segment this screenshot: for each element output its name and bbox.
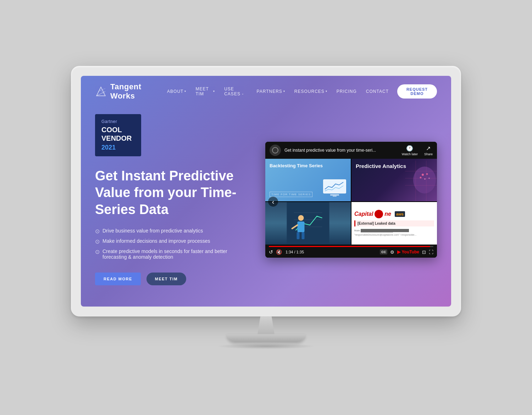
channel-icon xyxy=(270,145,281,156)
progress-bar[interactable] xyxy=(269,246,433,247)
monitor-stand xyxy=(216,316,316,349)
bullet-icon-3: ⊙ xyxy=(95,248,100,255)
svg-point-8 xyxy=(413,167,436,194)
clock-icon: 🕐 xyxy=(406,145,413,152)
channel-inner xyxy=(272,147,278,153)
bullet-icon-1: ⊙ xyxy=(95,228,100,235)
gartner-brand: Gartner xyxy=(101,119,135,124)
chevron-down-icon: ▾ xyxy=(184,90,186,93)
hero-buttons: READ MORE MEET TIM xyxy=(95,273,251,285)
share-icon: ↗ xyxy=(426,145,431,152)
hero-right: Get instant predictive value from your t… xyxy=(265,142,437,258)
aws-logo: aws xyxy=(395,211,405,217)
svg-point-23 xyxy=(298,215,304,221)
svg-rect-6 xyxy=(330,194,339,196)
hero-bullet-1: ⊙ Drive business value from predictive a… xyxy=(95,228,251,235)
stand-base xyxy=(227,334,305,342)
navbar: Tangent Works ABOUT ▾ MEET TIM ▾ USE CAS… xyxy=(81,76,451,107)
cast-button[interactable]: ⊡ xyxy=(422,249,426,255)
controls-row: ↺ 🔇 1:34 / 1:35 CC ⚙ ▶ YouTu xyxy=(269,249,433,255)
thumb-4-from-text: from ████████████████@gmail.com "respons… xyxy=(354,229,434,236)
request-demo-button[interactable]: REQUEST DEMO xyxy=(397,84,437,99)
gartner-year: 2021 xyxy=(101,144,135,151)
thumbnail-3[interactable] xyxy=(265,202,351,245)
svg-marker-0 xyxy=(96,87,105,96)
svg-rect-27 xyxy=(302,232,305,239)
capital-one-circle xyxy=(375,210,383,218)
monitor-body: Tangent Works ABOUT ▾ MEET TIM ▾ USE CAS… xyxy=(71,66,461,317)
gartner-badge: Gartner COOL VENDOR 2021 xyxy=(95,114,141,156)
thumb-4-logos: Capital ne aws xyxy=(354,210,434,218)
hero-bullet-2: ⊙ Make informed decisions and improve pr… xyxy=(95,238,251,245)
nav-links: ABOUT ▾ MEET TIM ▾ USE CASES - PARTNERS … xyxy=(164,84,437,99)
capital-one-one: ne xyxy=(384,211,391,217)
thumbnail-4[interactable]: Capital ne aws [External] Leaked data fr… xyxy=(351,202,437,245)
capital-one-logo: Capital xyxy=(354,211,373,217)
screen: Tangent Works ABOUT ▾ MEET TIM ▾ USE CAS… xyxy=(81,76,451,307)
nav-item-partners[interactable]: PARTNERS ▾ xyxy=(253,87,289,96)
stand-neck xyxy=(252,316,280,334)
svg-rect-26 xyxy=(297,232,300,239)
leaked-data-label: [External] Leaked data xyxy=(354,220,434,226)
nav-item-meet-tim[interactable]: MEET TIM ▾ xyxy=(192,84,218,99)
mute-button[interactable]: 🔇 xyxy=(276,249,282,255)
cc-button[interactable]: CC xyxy=(380,249,387,254)
tangent-works-logo-icon xyxy=(95,85,107,98)
monitor-illustration xyxy=(321,179,348,197)
hero-bullets: ⊙ Drive business value from predictive a… xyxy=(95,228,251,260)
nav-item-contact[interactable]: CONTACT xyxy=(362,87,392,96)
logo-text: Tangent Works xyxy=(110,82,164,101)
presenter-figure xyxy=(265,202,351,245)
svg-point-9 xyxy=(422,174,424,176)
watch-later-button[interactable]: 🕐 Watch later xyxy=(402,145,418,156)
nav-item-pricing[interactable]: PRICING xyxy=(333,87,360,96)
meet-tim-button[interactable]: MEET TIM xyxy=(146,273,187,285)
video-topbar: Get instant predictive value from your t… xyxy=(265,142,437,159)
thumbnail-1[interactable]: Backtesting Time Series TIME FOR TIME SE… xyxy=(265,159,351,201)
settings-button[interactable]: ⚙ xyxy=(390,249,394,255)
thumb-1-subtitle: TIME FOR TIME SERIES xyxy=(270,192,312,197)
hero-heading: Get Instant Predictive Value from your T… xyxy=(95,168,251,218)
share-button[interactable]: ↗ Share xyxy=(424,145,433,156)
chevron-down-icon: ▾ xyxy=(213,90,215,93)
nav-item-resources[interactable]: RESOURCES ▾ xyxy=(291,87,331,96)
logo-area[interactable]: Tangent Works xyxy=(95,82,164,101)
video-player[interactable]: Get instant predictive value from your t… xyxy=(265,142,437,258)
read-more-button[interactable]: READ MORE xyxy=(95,273,141,285)
video-thumbnails: Backtesting Time Series TIME FOR TIME SE… xyxy=(265,159,437,245)
svg-rect-7 xyxy=(333,196,337,197)
video-controls: ↺ 🔇 1:34 / 1:35 CC ⚙ ▶ YouTu xyxy=(265,245,437,258)
chevron-down-icon: ▾ xyxy=(283,90,285,93)
thumb-1-title: Backtesting Time Series xyxy=(270,163,347,169)
progress-fill xyxy=(269,246,430,247)
stand-shadow xyxy=(216,343,316,349)
hero-section: Gartner COOL VENDOR 2021 Get Instant Pre… xyxy=(81,107,451,307)
chevron-down-icon: ▾ xyxy=(326,90,327,93)
head-silhouette xyxy=(405,161,437,201)
video-title: Get instant predictive value from your t… xyxy=(284,148,398,153)
monitor-wrapper: Tangent Works ABOUT ▾ MEET TIM ▾ USE CAS… xyxy=(71,66,461,349)
youtube-logo: ▶ YouTube xyxy=(397,249,419,254)
nav-item-use-cases[interactable]: USE CASES - xyxy=(221,84,251,99)
bullet-icon-2: ⊙ xyxy=(95,238,100,245)
svg-point-11 xyxy=(424,178,426,180)
thumbnail-2[interactable]: Predictive Analytics xyxy=(351,159,437,201)
svg-rect-19 xyxy=(287,202,329,245)
replay-button[interactable]: ↺ xyxy=(269,249,273,255)
gartner-title: COOL VENDOR xyxy=(101,125,135,142)
time-display: 1:34 / 1:35 xyxy=(286,250,304,254)
nav-item-about[interactable]: ABOUT ▾ xyxy=(164,87,190,96)
svg-rect-24 xyxy=(298,221,305,232)
hero-left: Gartner COOL VENDOR 2021 Get Instant Pre… xyxy=(95,114,251,286)
video-prev-arrow[interactable]: ‹ xyxy=(268,197,278,207)
fullscreen-button[interactable]: ⛶ xyxy=(429,249,433,255)
hero-bullet-3: ⊙ Create predictive models in seconds fo… xyxy=(95,248,251,260)
